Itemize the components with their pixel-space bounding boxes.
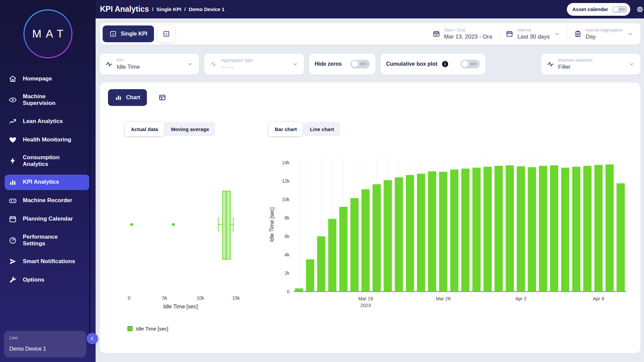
home-icon	[9, 75, 17, 83]
multi-kpi-button[interactable]: 2	[158, 25, 175, 42]
sidebar-item-planning-calendar[interactable]: Planning Calendar	[5, 212, 90, 227]
sidebar-nav: HomepageMachine SupervisionLean Analytic…	[0, 71, 96, 288]
legend-label: Idle Time [sec]	[136, 326, 168, 331]
toggle-knob	[462, 61, 468, 67]
svg-text:2k: 2k	[284, 270, 290, 276]
single-kpi-button[interactable]: 1 Single KPI	[103, 25, 154, 42]
svg-text:6k: 6k	[284, 234, 290, 239]
interval-value: Last 30 days	[517, 34, 549, 40]
machine-selection-value: Filler	[558, 64, 592, 70]
svg-text:5k: 5k	[162, 295, 168, 301]
sidebar-item-label: Homepage	[23, 75, 52, 82]
device-name: Demo Device 1	[9, 346, 81, 352]
sidebar-item-label: Performance Settings	[23, 234, 78, 247]
chart-type-line-chart[interactable]: Line chart	[304, 122, 340, 136]
eye-icon	[9, 96, 17, 104]
sidebar-item-options[interactable]: Options	[5, 272, 90, 288]
breadcrumb-separator: /	[184, 6, 186, 12]
data-mode-actual-data[interactable]: Actual data	[125, 122, 164, 136]
pulse-icon	[210, 60, 217, 68]
date-range-select[interactable]: Start – End Mar 13, 2023 - Ora	[426, 23, 499, 45]
kpi-select[interactable]: KPI Idle Time	[100, 54, 199, 74]
chevron-down-icon	[628, 61, 635, 67]
chart-tab-button[interactable]: Chart	[108, 89, 147, 106]
chart-type-bar-chart[interactable]: Bar chart	[269, 122, 303, 136]
chevron-down-icon	[187, 61, 194, 67]
bar-chart[interactable]: 02k4k6k8k10k12k14kMar 192023Mar 26Apr 2A…	[265, 154, 632, 311]
sidebar-item-homepage[interactable]: Homepage	[5, 71, 90, 86]
svg-text:1: 1	[112, 33, 114, 36]
sidebar-item-label: Machine Recorder	[23, 197, 72, 204]
asset-calendar-control[interactable]: Asset calendar OFF	[567, 3, 630, 16]
send-icon	[9, 257, 17, 265]
charts-row: 05k10k15kIdle Time [sec] 02k4k6k8k10k12k…	[108, 154, 632, 311]
content: 1 Single KPI 2 Start – End Mar 13, 2023 …	[96, 18, 644, 362]
svg-text:2023: 2023	[360, 303, 371, 308]
sidebar-item-machine-supervision[interactable]: Machine Supervision	[5, 89, 90, 111]
svg-text:14k: 14k	[282, 160, 290, 165]
kpi-value: Idle Time	[117, 64, 140, 70]
toolbar-right: Start – End Mar 13, 2023 - Ora Interval …	[426, 23, 640, 45]
info-icon[interactable]	[441, 60, 449, 68]
sidebar-item-performance-settings[interactable]: Performance Settings	[5, 230, 90, 251]
recorder-icon	[9, 197, 17, 205]
settings-gear-button[interactable]	[636, 6, 644, 13]
hide-zeros-toggle[interactable]: OFF	[351, 60, 370, 68]
chevron-down-icon	[627, 31, 634, 37]
svg-text:15k: 15k	[232, 295, 240, 301]
sidebar-item-label: Lean Analytics	[23, 118, 63, 125]
sidebar-item-lean-analytics[interactable]: Lean Analytics	[5, 114, 90, 129]
cumulative-box-plot-toggle[interactable]: OFF	[461, 60, 480, 68]
chevron-down-icon	[292, 61, 299, 67]
pulse-icon	[547, 60, 554, 68]
sidebar-item-label: Health Monitoring	[23, 136, 71, 143]
toggle-state: OFF	[360, 62, 367, 66]
svg-text:2: 2	[166, 33, 167, 36]
main-area: KPI Analytics / Single KPI / Demo Device…	[96, 0, 644, 362]
pulse-icon	[105, 60, 113, 68]
data-mode-moving-average[interactable]: Moving average	[165, 122, 215, 136]
logo-text: MAT	[24, 10, 71, 57]
interval-select[interactable]: Interval Last 30 days	[499, 23, 567, 45]
gauge-icon	[9, 236, 17, 244]
sidebar-item-kpi-analytics[interactable]: KPI Analytics	[5, 175, 90, 190]
sidebar-item-health-monitoring[interactable]: Health Monitoring	[5, 132, 90, 147]
aggregation-type-select[interactable]: Aggregation type – – –	[204, 54, 304, 74]
sidebar-item-smart-notifications[interactable]: Smart Notifications	[5, 254, 90, 269]
interval-aggregation-label: Interval Aggregation	[586, 28, 623, 33]
chart-legend: Idle Time [sec]	[127, 326, 632, 331]
svg-text:Apr 2: Apr 2	[515, 296, 527, 301]
topbar: KPI Analytics / Single KPI / Demo Device…	[96, 0, 644, 18]
toggle-knob	[613, 7, 619, 12]
sidebar-scrollbar[interactable]	[89, 84, 91, 335]
table-icon	[158, 94, 166, 102]
wrench-icon	[9, 276, 17, 284]
date-range-label: Start – End	[444, 28, 492, 33]
box-plot-chart[interactable]: 05k10k15kIdle Time [sec]	[117, 154, 262, 311]
window-2-icon: 2	[163, 30, 170, 38]
legend-color-swatch	[127, 326, 132, 331]
sidebar-collapse-button[interactable]	[87, 333, 98, 344]
chevron-left-icon	[89, 335, 96, 342]
device-line-label: Line	[9, 335, 81, 340]
sidebar-item-machine-recorder[interactable]: Machine Recorder	[5, 193, 90, 208]
breadcrumb-device: Demo Device 1	[189, 6, 225, 12]
asset-calendar-toggle[interactable]: OFF	[612, 6, 628, 13]
sidebar-item-consumption-analytics[interactable]: Consumption Analytics	[5, 150, 90, 172]
bolt-icon	[9, 157, 17, 165]
svg-text:8k: 8k	[284, 215, 290, 221]
sidebar-item-label: Smart Notifications	[23, 258, 75, 265]
bar-chart-icon	[9, 178, 17, 186]
sidebar-item-label: KPI Analytics	[23, 179, 59, 185]
interval-aggregation-select[interactable]: Interval Aggregation Day	[568, 23, 640, 45]
svg-text:Apr 9: Apr 9	[593, 296, 604, 301]
page-title: KPI Analytics	[100, 5, 149, 14]
interval-aggregation-value: Day	[586, 34, 623, 40]
machine-selection-select[interactable]: Machine Selection Filler	[541, 54, 640, 74]
breadcrumb-separator: /	[152, 6, 153, 12]
breadcrumb-single-kpi: Single KPI	[156, 6, 181, 12]
svg-text:Mar 19: Mar 19	[358, 296, 373, 301]
table-view-button[interactable]	[155, 90, 170, 105]
aggregation-type-value: – – –	[221, 64, 253, 70]
kpi-label: KPI	[117, 58, 140, 63]
